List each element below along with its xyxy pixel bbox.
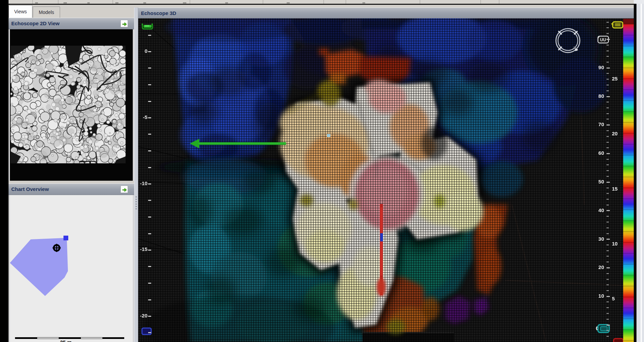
svg-text:40: 40 bbox=[598, 207, 604, 213]
svg-text:UU: UU bbox=[600, 38, 606, 42]
svg-text:30: 30 bbox=[598, 236, 604, 242]
svg-text:60: 60 bbox=[598, 150, 604, 156]
svg-text:-10: -10 bbox=[140, 180, 147, 186]
svg-text:15: 15 bbox=[612, 186, 618, 192]
svg-text:-15: -15 bbox=[140, 246, 147, 252]
svg-text:20: 20 bbox=[612, 131, 618, 136]
svg-text:25: 25 bbox=[612, 76, 618, 81]
svg-text:90: 90 bbox=[598, 64, 604, 70]
svg-text:-20: -20 bbox=[140, 313, 147, 318]
svg-text:-5: -5 bbox=[143, 114, 147, 120]
svg-text:70: 70 bbox=[598, 121, 604, 127]
svg-text:80: 80 bbox=[598, 93, 604, 99]
svg-text:20: 20 bbox=[598, 264, 604, 270]
svg-text:10: 10 bbox=[612, 241, 618, 247]
svg-text:25 m: 25 m bbox=[60, 339, 72, 342]
svg-text:50: 50 bbox=[598, 179, 604, 184]
svg-text:10: 10 bbox=[598, 293, 604, 299]
svg-text:5: 5 bbox=[612, 296, 615, 301]
svg-text:N: N bbox=[574, 46, 576, 50]
svg-text:0: 0 bbox=[145, 48, 147, 54]
